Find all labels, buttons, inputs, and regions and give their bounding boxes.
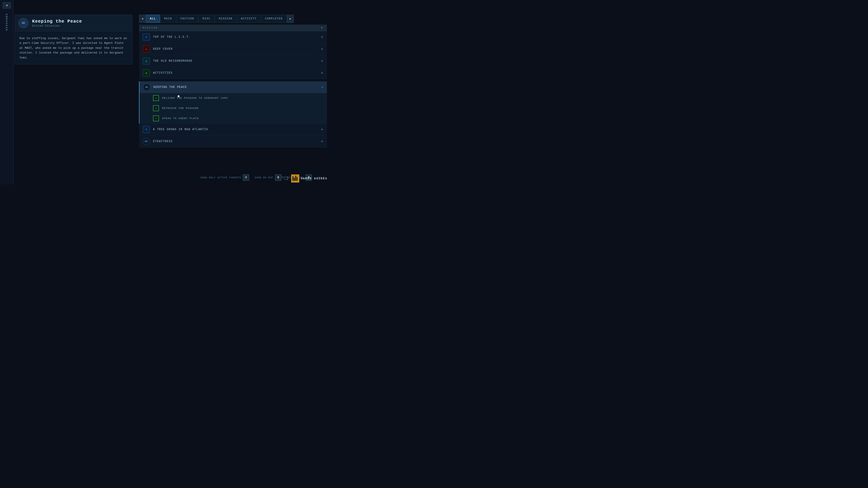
tab-all[interactable]: ALL	[146, 15, 160, 23]
expanded-mission-keeping-the-peace: UC KEEPING THE PEACE ▼ DELIVER THE PACKA…	[139, 81, 327, 124]
show-on-map-label: SHOW ON MAP	[254, 176, 273, 179]
svg-rect-0	[292, 176, 293, 181]
show-on-map-key[interactable]: B	[275, 174, 281, 181]
mission-faction: United Colonies	[32, 24, 82, 28]
brand-name: GAMER GUIDES	[301, 177, 327, 180]
expanded-mission-chevron: ▼	[321, 86, 324, 88]
control-active-targets: SHOW ONLY ACTIVE TARGETS U	[200, 174, 249, 181]
watermark-text: GAMER GUIDES	[301, 177, 327, 180]
tab-prev-button[interactable]: ◄	[139, 15, 146, 23]
faction-icon: UC	[19, 18, 29, 28]
task-checkbox-retrieve	[153, 105, 159, 111]
tab-bar: ◄ ALL MAIN FACTION MISC MISSION ACTIVITY…	[139, 15, 327, 23]
mission-arrow-activities: ►	[321, 71, 323, 75]
mission-row-activities[interactable]: ▲ ACTIVITIES ►	[139, 67, 327, 79]
mission-description: Due to staffing issues, Sergeant Yumi ha…	[15, 32, 132, 64]
mission-icon-activities: ▲	[143, 69, 150, 76]
task-row-retrieve: RETRIEVE THE PACKAGE	[140, 103, 327, 113]
mission-row-top-of-list[interactable]: ≡ TOP OF THE L.I.S.T. ►	[139, 31, 327, 43]
task-row-speak: SPEAK TO AGENT PLATO	[140, 113, 327, 124]
task-label-retrieve: RETRIEVE THE PACKAGE	[162, 107, 199, 109]
task-checkbox-speak	[153, 116, 159, 121]
tab-mission[interactable]: MISSION	[215, 15, 237, 23]
sidebar: ◄ MISSIONS	[0, 0, 13, 184]
mission-title: Keeping the Peace	[32, 19, 82, 24]
mission-name-deep-cover: DEEP COVER	[153, 47, 318, 51]
mission-icon-eyewitness: UC	[143, 138, 150, 145]
mission-list: MISSION ▼ ≡ TOP OF THE L.I.S.T. ► ❖ DEEP…	[139, 25, 327, 148]
mission-arrow-eyewitness: ►	[321, 140, 323, 143]
mission-name-top-of-list: TOP OF THE L.I.S.T.	[153, 35, 318, 39]
mission-icon-top-of-list: ≡	[143, 33, 150, 41]
tab-main[interactable]: MAIN	[160, 15, 176, 23]
expanded-mission-icon: UC	[143, 84, 150, 91]
watermark: BACK TAB GAMER GUIDES	[282, 174, 327, 183]
mission-row-tree-grows[interactable]: ≡ A TREE GROWS IN NEW ATLANTIS ►	[139, 124, 327, 135]
mission-arrow-old-neighborhood: ►	[321, 59, 323, 63]
mission-tasks: DELIVER THE PACKAGE TO SERGEANT YUMI RET…	[140, 93, 327, 124]
mission-name-activities: ACTIVITIES	[153, 71, 318, 74]
list-separator	[139, 80, 327, 80]
mission-row-deep-cover[interactable]: ❖ DEEP COVER ►	[139, 43, 327, 55]
svg-rect-1	[294, 177, 295, 181]
sidebar-collapse-button[interactable]: ◄	[3, 2, 11, 8]
back-label: BACK	[282, 176, 289, 178]
mission-header: UC Keeping the Peace United Colonies	[15, 15, 132, 31]
mission-title-block: Keeping the Peace United Colonies	[32, 19, 82, 28]
expanded-mission-name: KEEPING THE PEACE	[153, 86, 318, 89]
watermark-icon	[291, 174, 299, 183]
active-targets-key[interactable]: U	[243, 174, 249, 181]
mission-icon-tree-grows: ≡	[143, 126, 150, 133]
tab-faction[interactable]: FACTION	[176, 15, 198, 23]
task-label-deliver: DELIVER THE PACKAGE TO SERGEANT YUMI	[162, 97, 228, 99]
tab-next-button[interactable]: ►	[287, 15, 294, 23]
mission-arrow-top-of-list: ►	[321, 35, 323, 39]
task-checkbox-deliver	[153, 95, 159, 101]
task-row-deliver: DELIVER THE PACKAGE TO SERGEANT YUMI	[140, 93, 327, 103]
active-targets-label: SHOW ONLY ACTIVE TARGETS	[200, 176, 241, 179]
section-header: MISSION ▼	[139, 25, 327, 31]
tab-misc[interactable]: MISC	[198, 15, 215, 23]
mission-arrow-deep-cover: ►	[321, 47, 323, 51]
mission-name-eyewitness: EYEWITNESS	[153, 140, 318, 143]
tab-activity[interactable]: ACTIVITY	[237, 15, 261, 23]
task-label-speak: SPEAK TO AGENT PLATO	[162, 117, 199, 120]
tab-completed[interactable]: COMPLETED	[261, 15, 287, 23]
mission-icon-old-neighborhood: ◎	[143, 57, 150, 65]
mission-name-tree-grows: A TREE GROWS IN NEW ATLANTIS	[153, 128, 318, 131]
svg-rect-2	[295, 176, 296, 181]
control-show-on-map: SHOW ON MAP B	[254, 174, 281, 181]
mission-row-old-neighborhood[interactable]: ◎ THE OLD NEIGHBORHOOD ►	[139, 55, 327, 67]
expanded-mission-header[interactable]: UC KEEPING THE PEACE ▼	[140, 81, 327, 93]
mission-detail-panel: UC Keeping the Peace United Colonies Due…	[15, 15, 132, 64]
mission-row-eyewitness[interactable]: UC EYEWITNESS ►	[139, 135, 327, 148]
mission-arrow-tree-grows: ►	[321, 128, 323, 131]
tab-label: TAB	[283, 178, 288, 181]
sidebar-label: MISSIONS	[5, 13, 8, 31]
svg-rect-3	[297, 177, 298, 181]
mission-name-old-neighborhood: THE OLD NEIGHBORHOOD	[153, 59, 318, 63]
right-panel: ◄ ALL MAIN FACTION MISC MISSION ACTIVITY…	[139, 15, 327, 166]
mission-icon-deep-cover: ❖	[143, 45, 150, 53]
